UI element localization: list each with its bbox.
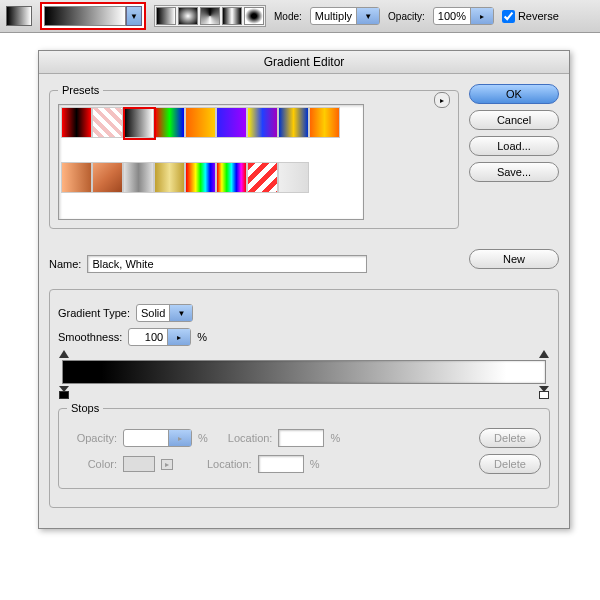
type-label: Gradient Type: xyxy=(58,307,130,319)
stop-location-label: Location: xyxy=(228,432,273,444)
type-select[interactable]: Solid▼ xyxy=(136,304,193,322)
preset-swatch[interactable] xyxy=(216,107,247,138)
stops-legend: Stops xyxy=(67,402,103,414)
dialog-title: Gradient Editor xyxy=(39,51,569,74)
presets-legend: Presets xyxy=(58,84,103,96)
chevron-down-icon: ▼ xyxy=(356,8,379,24)
preset-swatch[interactable] xyxy=(123,107,154,138)
reverse-check-input[interactable] xyxy=(502,10,515,23)
opacity-stop-left[interactable] xyxy=(59,350,69,358)
preset-swatch[interactable] xyxy=(309,107,340,138)
delete-opacity-stop-button[interactable]: Delete xyxy=(479,428,541,448)
opacity-value: 100% xyxy=(434,10,470,22)
ok-button[interactable]: OK xyxy=(469,84,559,104)
presets-fieldset: Presets ▸ xyxy=(49,84,459,229)
color-stop-right[interactable] xyxy=(539,386,549,396)
chevron-down-icon: ▸ xyxy=(161,459,173,470)
stop-color-location-input[interactable] xyxy=(258,455,304,473)
type-value: Solid xyxy=(137,307,169,319)
preset-swatch[interactable] xyxy=(185,162,216,193)
cancel-button[interactable]: Cancel xyxy=(469,110,559,130)
preset-swatch[interactable] xyxy=(216,162,247,193)
preset-swatch[interactable] xyxy=(92,107,123,138)
preset-swatch[interactable] xyxy=(92,162,123,193)
name-input[interactable] xyxy=(87,255,367,273)
stop-location-label: Location: xyxy=(207,458,252,470)
opacity-select[interactable]: 100%▸ xyxy=(433,7,494,25)
preset-swatch[interactable] xyxy=(123,162,154,193)
chevron-down-icon: ▸ xyxy=(168,430,191,446)
percent-label: % xyxy=(197,331,207,343)
chevron-down-icon: ▼ xyxy=(169,305,192,321)
gradient-picker[interactable]: ▼ xyxy=(40,2,146,30)
load-button[interactable]: Load... xyxy=(469,136,559,156)
reverse-label: Reverse xyxy=(518,10,559,22)
mode-select[interactable]: Multiply▼ xyxy=(310,7,380,25)
preset-swatch[interactable] xyxy=(278,107,309,138)
mode-value: Multiply xyxy=(311,10,356,22)
name-label: Name: xyxy=(49,258,81,270)
preset-swatch[interactable] xyxy=(247,107,278,138)
chevron-down-icon: ▸ xyxy=(470,8,493,24)
delete-color-stop-button[interactable]: Delete xyxy=(479,454,541,474)
smoothness-input[interactable]: 100▸ xyxy=(128,328,191,346)
preset-swatch[interactable] xyxy=(154,107,185,138)
save-button[interactable]: Save... xyxy=(469,162,559,182)
new-button[interactable]: New xyxy=(469,249,559,269)
smoothness-label: Smoothness: xyxy=(58,331,122,343)
presets-grid xyxy=(58,104,364,220)
presets-menu-icon[interactable]: ▸ xyxy=(434,92,450,108)
chevron-down-icon[interactable]: ▼ xyxy=(126,6,142,26)
radial-gradient-button[interactable] xyxy=(178,7,198,25)
stop-opacity-input[interactable]: ▸ xyxy=(123,429,192,447)
gradient-style-group xyxy=(154,5,266,27)
color-stop-left[interactable] xyxy=(59,386,69,396)
preset-swatch[interactable] xyxy=(154,162,185,193)
gradient-swatch xyxy=(44,6,126,26)
stops-fieldset: Stops Opacity: ▸ % Location: % Delete Co… xyxy=(58,402,550,489)
mode-label: Mode: xyxy=(274,11,302,22)
chevron-down-icon: ▸ xyxy=(167,329,190,345)
tool-preview xyxy=(6,6,32,26)
gradient-bar[interactable] xyxy=(62,360,546,384)
percent-label: % xyxy=(330,432,340,444)
smoothness-value: 100 xyxy=(129,331,167,343)
preset-swatch[interactable] xyxy=(61,162,92,193)
preset-swatch[interactable] xyxy=(278,162,309,193)
options-bar: ▼ Mode: Multiply▼ Opacity: 100%▸ Reverse xyxy=(0,0,600,33)
preset-swatch[interactable] xyxy=(185,107,216,138)
stop-location-input[interactable] xyxy=(278,429,324,447)
percent-label: % xyxy=(198,432,208,444)
stop-color-swatch[interactable] xyxy=(123,456,155,472)
gradient-settings-fieldset: Gradient Type: Solid▼ Smoothness: 100▸ %… xyxy=(49,289,559,508)
diamond-gradient-button[interactable] xyxy=(244,7,264,25)
gradient-editor-dialog: Gradient Editor Presets ▸ OK Cancel Load… xyxy=(38,50,570,529)
angle-gradient-button[interactable] xyxy=(200,7,220,25)
percent-label: % xyxy=(310,458,320,470)
opacity-stop-right[interactable] xyxy=(539,350,549,358)
preset-swatch[interactable] xyxy=(247,162,278,193)
reflected-gradient-button[interactable] xyxy=(222,7,242,25)
reverse-checkbox[interactable]: Reverse xyxy=(502,10,559,23)
stop-color-label: Color: xyxy=(67,458,117,470)
linear-gradient-button[interactable] xyxy=(156,7,176,25)
opacity-label: Opacity: xyxy=(388,11,425,22)
preset-swatch[interactable] xyxy=(61,107,92,138)
stop-opacity-label: Opacity: xyxy=(67,432,117,444)
